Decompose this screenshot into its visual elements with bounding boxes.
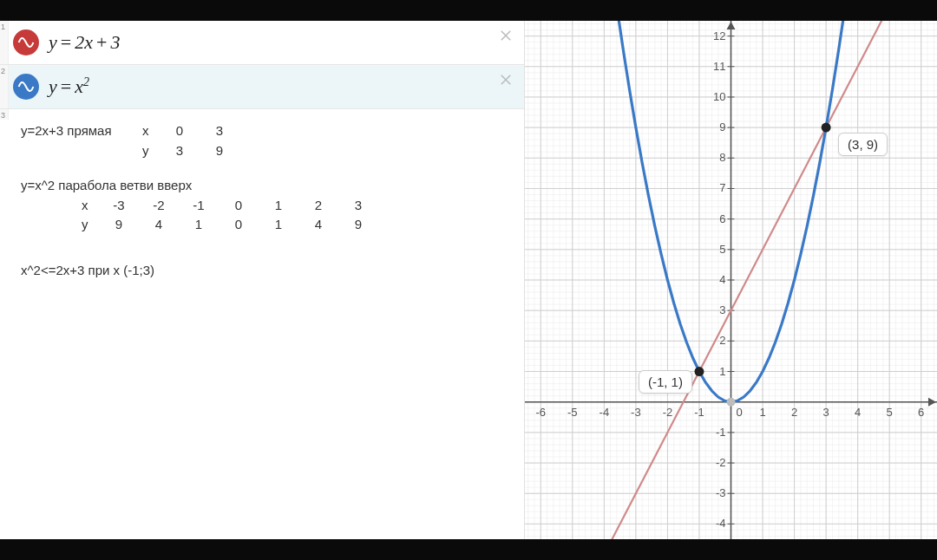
- svg-text:-4: -4: [600, 406, 610, 419]
- row-index: 3: [0, 109, 9, 120]
- top-letterbox: [0, 0, 937, 21]
- svg-text:-3: -3: [716, 486, 726, 499]
- svg-text:3: 3: [822, 406, 829, 419]
- svg-text:-3: -3: [631, 406, 641, 419]
- line-notes: y=2x+3 прямая x 0 3 y 3 9: [21, 121, 517, 160]
- content: 1 y=2x+3 2: [0, 21, 937, 539]
- svg-point-231: [822, 123, 831, 133]
- table-cell: 1: [259, 196, 298, 216]
- inequality-note: x^2<=2x+3 при x (-1;3): [21, 261, 517, 281]
- notes-area[interactable]: y=2x+3 прямая x 0 3 y 3 9 y: [9, 109, 524, 296]
- line-desc: y=2x+3 прямая: [21, 121, 134, 141]
- bottom-letterbox: [0, 539, 937, 560]
- delete-expression-button[interactable]: [496, 70, 515, 89]
- svg-text:11: 11: [713, 60, 725, 73]
- table-cell: y: [73, 215, 99, 235]
- svg-text:1: 1: [759, 406, 765, 419]
- table-cell: 1: [179, 215, 219, 235]
- svg-text:2: 2: [719, 334, 725, 347]
- table-cell: 0: [219, 196, 259, 216]
- table-cell: -3: [99, 196, 139, 216]
- expression-row-2[interactable]: 2 y=x2: [0, 65, 524, 109]
- svg-text:4: 4: [855, 406, 861, 419]
- delete-expression-button[interactable]: [496, 26, 515, 45]
- svg-point-230: [694, 367, 704, 376]
- table-cell: 9: [99, 215, 139, 235]
- svg-text:12: 12: [713, 29, 725, 42]
- parabola-notes: y=x^2 парабола ветви вверх x -3 -2 -1 0 …: [21, 176, 517, 235]
- table-cell: 4: [298, 215, 338, 235]
- svg-text:6: 6: [918, 406, 924, 419]
- parabola-desc: y=x^2 парабола ветви вверх: [21, 176, 517, 196]
- wave-icon: [13, 29, 39, 55]
- table-cell: 0: [160, 121, 200, 141]
- svg-text:7: 7: [719, 181, 725, 194]
- svg-text:5: 5: [887, 406, 893, 419]
- svg-marker-183: [727, 22, 736, 29]
- svg-text:9: 9: [719, 120, 725, 133]
- table-cell: 9: [338, 215, 378, 235]
- svg-text:3: 3: [719, 303, 725, 316]
- svg-text:-1: -1: [694, 406, 704, 419]
- expression-row-3[interactable]: 3 y=2x+3 прямая x 0 3 y 3 9: [0, 109, 524, 296]
- row-index: 1: [0, 21, 9, 64]
- table-cell: 3: [160, 141, 200, 161]
- table-cell: 9: [200, 141, 239, 161]
- table-cell: 3: [200, 121, 239, 141]
- expression-panel: 1 y=2x+3 2: [0, 21, 525, 539]
- table-cell: 3: [338, 196, 378, 216]
- svg-text:-5: -5: [567, 406, 578, 419]
- svg-text:4: 4: [719, 273, 725, 286]
- svg-text:6: 6: [719, 212, 725, 225]
- point-label[interactable]: (3, 9): [838, 133, 888, 156]
- svg-text:10: 10: [713, 90, 725, 103]
- app-root: 1 y=2x+3 2: [0, 0, 937, 560]
- svg-text:2: 2: [791, 406, 797, 419]
- row-icon-container[interactable]: [9, 21, 43, 64]
- expression-row-1[interactable]: 1 y=2x+3: [0, 21, 524, 65]
- expression-text: y=x2: [49, 75, 89, 98]
- table-cell: y: [134, 141, 160, 161]
- svg-point-229: [727, 398, 736, 407]
- expression-input[interactable]: y=2x+3: [43, 21, 524, 64]
- table-cell: 0: [219, 215, 259, 235]
- close-icon: [498, 28, 514, 43]
- close-icon: [498, 72, 514, 88]
- svg-text:1: 1: [719, 365, 725, 378]
- expression-input[interactable]: y=x2: [43, 65, 524, 108]
- svg-text:-2: -2: [663, 406, 673, 419]
- svg-text:-6: -6: [535, 406, 546, 419]
- svg-marker-182: [928, 398, 936, 407]
- table-cell: 2: [298, 196, 338, 216]
- svg-text:8: 8: [719, 151, 725, 164]
- graph-area[interactable]: -6-5-4-3-2-10123456-4-3-2-11234567891011…: [525, 21, 937, 539]
- expression-text: y=2x+3: [49, 31, 120, 54]
- row-icon-container[interactable]: [9, 65, 43, 108]
- table-cell: x: [73, 196, 99, 216]
- svg-text:-2: -2: [716, 456, 726, 469]
- point-label[interactable]: (-1, 1): [639, 370, 692, 394]
- svg-text:5: 5: [719, 243, 725, 256]
- svg-text:0: 0: [737, 406, 743, 419]
- wave-icon: [13, 74, 39, 100]
- table-cell: 4: [139, 215, 179, 235]
- table-cell: -1: [179, 196, 219, 216]
- svg-text:-1: -1: [716, 426, 726, 439]
- table-cell: x: [134, 121, 160, 141]
- row-index: 2: [0, 65, 9, 108]
- table-cell: -2: [139, 196, 179, 216]
- table-cell: 1: [259, 215, 298, 235]
- graph-svg: -6-5-4-3-2-10123456-4-3-2-11234567891011…: [525, 21, 937, 539]
- svg-text:-4: -4: [716, 517, 726, 530]
